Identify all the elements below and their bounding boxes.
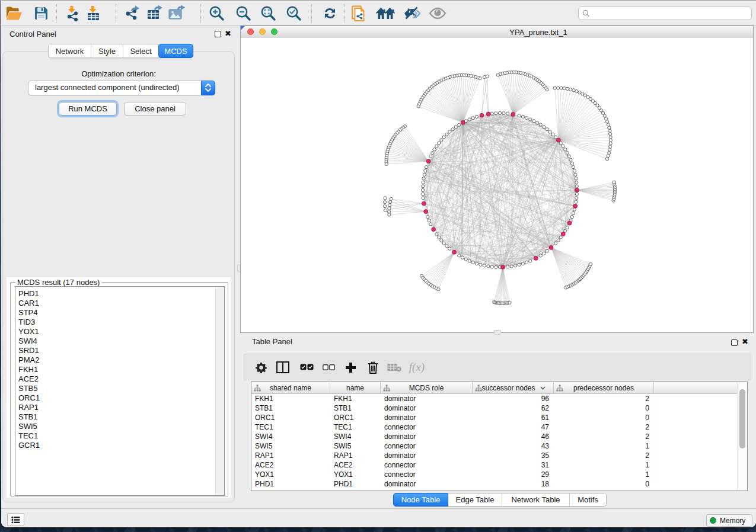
network-node[interactable]: [506, 112, 509, 115]
network-node[interactable]: [572, 211, 575, 214]
network-node[interactable]: [560, 86, 563, 89]
network-node[interactable]: [388, 204, 391, 207]
add-column-button[interactable]: [343, 360, 358, 375]
network-node[interactable]: [573, 169, 576, 172]
network-node[interactable]: [479, 263, 482, 266]
mcds-hub-node[interactable]: [452, 250, 457, 254]
mcds-result-item[interactable]: STB5: [15, 384, 224, 393]
network-node[interactable]: [554, 242, 557, 245]
network-node[interactable]: [468, 259, 471, 262]
mcds-hub-node[interactable]: [426, 159, 430, 164]
mcds-hub-node[interactable]: [424, 210, 428, 214]
network-node[interactable]: [385, 162, 388, 165]
deselect-all-button[interactable]: [321, 360, 336, 375]
network-node[interactable]: [502, 112, 505, 115]
mcds-result-item[interactable]: STP4: [15, 308, 224, 318]
network-node[interactable]: [440, 139, 443, 142]
tab-motifs[interactable]: Motifs: [570, 493, 606, 506]
criterion-dropdown[interactable]: largest connected component (undirected): [28, 81, 215, 95]
mcds-hub-node[interactable]: [422, 201, 426, 206]
column-header-successor-nodes[interactable]: successor nodes: [473, 382, 554, 393]
network-node[interactable]: [495, 265, 497, 268]
refresh-layout-button[interactable]: [321, 5, 338, 21]
mcds-hub-node[interactable]: [567, 221, 572, 225]
network-node[interactable]: [525, 261, 528, 264]
mcds-result-item[interactable]: RAP1: [15, 403, 224, 412]
mcds-hub-node[interactable]: [461, 120, 465, 124]
column-header-name[interactable]: name: [330, 382, 381, 393]
network-node[interactable]: [435, 145, 438, 148]
network-node[interactable]: [566, 87, 569, 90]
network-node[interactable]: [559, 236, 562, 239]
control-panel-float-button[interactable]: [215, 31, 221, 37]
network-node[interactable]: [496, 73, 499, 76]
mcds-hub-node[interactable]: [511, 113, 515, 117]
table-row[interactable]: ORC1ORC1dominator610: [251, 413, 738, 422]
table-row[interactable]: STB1STB1dominator620: [251, 403, 738, 413]
control-panel-close-icon[interactable]: ✖: [225, 31, 231, 37]
mcds-hub-node[interactable]: [480, 113, 484, 117]
network-node[interactable]: [532, 120, 535, 123]
network-node[interactable]: [578, 91, 581, 94]
network-node[interactable]: [458, 123, 461, 126]
mcds-hub-node[interactable]: [534, 256, 538, 260]
table-row[interactable]: RAP1RAP1dominator352: [251, 451, 738, 460]
network-node[interactable]: [608, 148, 611, 151]
import-network-button[interactable]: [64, 5, 81, 21]
mcds-hub-node[interactable]: [549, 246, 553, 250]
mcds-result-item[interactable]: TID3: [15, 318, 224, 327]
network-node[interactable]: [572, 165, 575, 168]
tab-select[interactable]: Select: [123, 44, 159, 57]
search-input[interactable]: [591, 9, 751, 18]
network-node[interactable]: [387, 210, 390, 213]
select-all-check-button[interactable]: [299, 360, 314, 375]
network-node[interactable]: [608, 129, 611, 132]
mcds-hub-node[interactable]: [561, 232, 565, 236]
network-node[interactable]: [521, 262, 524, 265]
delete-table-button[interactable]: [387, 360, 402, 375]
network-node[interactable]: [575, 193, 578, 196]
network-node[interactable]: [428, 219, 430, 222]
network-node[interactable]: [508, 301, 511, 304]
network-node[interactable]: [442, 136, 445, 139]
mcds-result-item[interactable]: TEC1: [15, 431, 224, 441]
mcds-hub-node[interactable]: [573, 204, 578, 208]
network-node[interactable]: [445, 245, 448, 248]
delete-column-button[interactable]: [365, 360, 381, 375]
mcds-hub-node[interactable]: [432, 227, 436, 232]
network-node[interactable]: [563, 87, 566, 90]
mcds-result-item[interactable]: SRD1: [15, 346, 224, 355]
network-node[interactable]: [475, 262, 478, 265]
network-node[interactable]: [609, 145, 612, 148]
network-node[interactable]: [423, 173, 426, 176]
network-node[interactable]: [575, 177, 578, 180]
table-row[interactable]: SWI4SWI4dominator462: [251, 432, 738, 441]
network-node[interactable]: [605, 158, 608, 161]
table-scrollbar[interactable]: [737, 382, 747, 491]
network-node[interactable]: [471, 261, 474, 264]
network-node[interactable]: [490, 112, 493, 115]
import-table-button[interactable]: [85, 5, 101, 21]
network-node[interactable]: [422, 181, 425, 184]
network-node[interactable]: [475, 115, 478, 118]
network-node[interactable]: [383, 201, 386, 204]
network-node[interactable]: [575, 197, 578, 200]
table-panel-close-icon[interactable]: ✖: [742, 339, 748, 345]
table-row[interactable]: SWI5SWI5connector431: [251, 441, 738, 451]
network-node[interactable]: [546, 249, 548, 252]
export-image-button[interactable]: [168, 5, 185, 21]
network-node[interactable]: [566, 151, 569, 154]
network-node[interactable]: [566, 226, 569, 229]
mcds-list-scrollbar[interactable]: [215, 287, 224, 495]
network-node[interactable]: [510, 265, 513, 268]
mcds-result-item[interactable]: SWI4: [15, 336, 224, 346]
network-node[interactable]: [554, 136, 557, 139]
network-node[interactable]: [608, 126, 611, 129]
network-node[interactable]: [458, 254, 461, 257]
network-node[interactable]: [495, 112, 497, 115]
network-node[interactable]: [570, 216, 573, 219]
network-node[interactable]: [548, 130, 551, 133]
network-node[interactable]: [607, 154, 610, 157]
network-node[interactable]: [543, 252, 546, 255]
mcds-hub-node[interactable]: [575, 188, 579, 193]
